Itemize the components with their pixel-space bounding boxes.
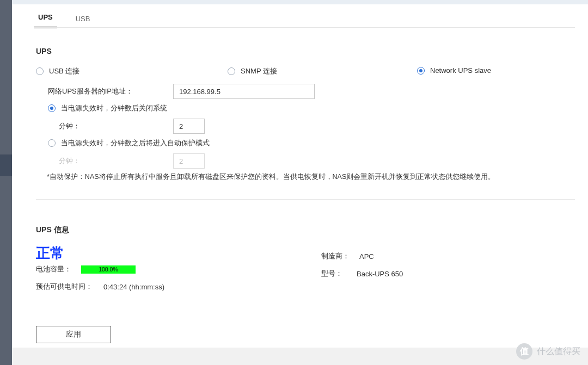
ups-info-title: UPS 信息 <box>36 225 69 235</box>
apply-button[interactable]: 应用 <box>36 326 111 343</box>
apply-button-label: 应用 <box>66 330 81 339</box>
separator <box>36 199 575 200</box>
tab-underline <box>34 27 575 28</box>
minutes-label: 分钟： <box>59 121 173 131</box>
radio-label: SNMP 连接 <box>241 66 277 76</box>
runtime-value: 0:43:24 (hh:mm:ss) <box>103 283 164 291</box>
auto-protect-minutes-row: 分钟： <box>59 153 205 169</box>
tab-usb[interactable]: USB <box>71 10 95 28</box>
ip-address-row: 网络UPS服务器的IP地址： <box>48 84 315 99</box>
model-row: 型号： Back-UPS 650 <box>321 269 403 279</box>
auto-protect-minutes-input <box>173 153 205 169</box>
runtime-row: 预估可供电时间： 0:43:24 (hh:mm:ss) <box>36 282 164 292</box>
radio-usb-connection[interactable]: USB 连接 <box>36 66 79 76</box>
radio-icon <box>48 139 56 147</box>
manufacturer-value: APC <box>359 252 374 261</box>
left-sidebar-highlight <box>0 154 12 176</box>
radio-label: Network UPS slave <box>430 66 491 75</box>
main-panel: UPS USB UPS USB 连接 SNMP 连接 Network UPS s… <box>12 4 588 348</box>
battery-percent: 100.0% <box>99 266 118 273</box>
radio-auto-protect-after-minutes[interactable]: 当电源失效时，分钟数之后将进入自动保护模式 <box>48 138 210 148</box>
radio-network-ups-slave[interactable]: Network UPS slave <box>417 66 491 75</box>
radio-label: USB 连接 <box>49 66 79 76</box>
ups-status: 正常 <box>36 244 64 263</box>
battery-label: 电池容量： <box>36 264 71 274</box>
radio-icon <box>228 67 235 75</box>
radio-label: 当电源失效时，分钟数之后将进入自动保护模式 <box>61 138 210 148</box>
shutdown-minutes-input[interactable] <box>173 119 205 134</box>
model-label: 型号： <box>321 269 342 279</box>
shutdown-minutes-row: 分钟： <box>59 119 205 134</box>
ip-address-input[interactable] <box>173 84 315 99</box>
radio-icon <box>36 67 44 75</box>
ip-address-label: 网络UPS服务器的IP地址： <box>48 86 173 96</box>
tab-bar: UPS USB <box>34 9 94 28</box>
radio-icon <box>48 104 56 112</box>
radio-label: 当电源失效时，分钟数后关闭系统 <box>61 103 167 113</box>
auto-protect-note: *自动保护：NAS将停止所有执行中服务且卸载所有磁盘区来保护您的资料。当供电恢复… <box>47 172 495 182</box>
battery-capacity-row: 电池容量： 100.0% <box>36 264 136 274</box>
model-value: Back-UPS 650 <box>357 270 403 278</box>
top-bar-strip <box>12 0 588 4</box>
radio-shutdown-after-minutes[interactable]: 当电源失效时，分钟数后关闭系统 <box>48 103 167 113</box>
manufacturer-row: 制造商： APC <box>321 251 374 261</box>
runtime-label: 预估可供电时间： <box>36 282 93 292</box>
left-sidebar-strip <box>0 0 12 365</box>
minutes-label-disabled: 分钟： <box>59 156 173 166</box>
radio-icon <box>417 67 425 75</box>
section-title-ups: UPS <box>36 47 52 55</box>
tab-ups[interactable]: UPS <box>34 9 57 28</box>
radio-snmp-connection[interactable]: SNMP 连接 <box>228 66 277 76</box>
manufacturer-label: 制造商： <box>321 251 350 261</box>
battery-bar: 100.0% <box>81 265 136 274</box>
bottom-bar <box>12 348 588 365</box>
